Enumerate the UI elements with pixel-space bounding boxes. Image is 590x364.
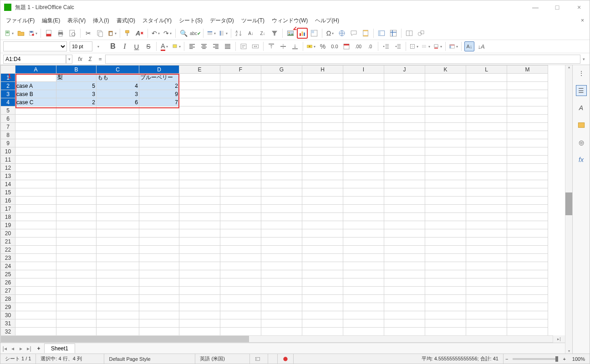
cell-E10[interactable]	[179, 147, 220, 156]
cell-C17[interactable]	[97, 205, 139, 213]
cell-M2[interactable]	[507, 82, 548, 90]
cell-A2[interactable]: case A	[15, 82, 56, 90]
percent-icon[interactable]: %	[318, 41, 328, 51]
cell-K28[interactable]	[425, 295, 466, 303]
horizontal-scrollbar[interactable]	[0, 335, 553, 343]
valign-top-icon[interactable]	[266, 41, 276, 51]
cell-H20[interactable]	[302, 229, 343, 238]
borders-icon[interactable]	[409, 41, 419, 51]
vertical-scrollbar[interactable]: ▴ ▾	[565, 65, 572, 354]
freeze-icon[interactable]	[388, 28, 398, 38]
cell-I15[interactable]	[343, 188, 384, 197]
cell-G7[interactable]	[261, 123, 302, 131]
row-header-16[interactable]: 16	[1, 197, 15, 205]
cell-H18[interactable]	[302, 213, 343, 221]
cell-F22[interactable]	[220, 246, 261, 254]
cell-M1[interactable]	[507, 74, 548, 82]
italic-icon[interactable]: I	[120, 41, 130, 51]
cell-G19[interactable]	[261, 221, 302, 229]
menu-styles[interactable]: スタイル(Y)	[139, 15, 175, 26]
cell-H16[interactable]	[302, 197, 343, 205]
cell-A21[interactable]	[15, 238, 56, 246]
cell-G8[interactable]	[261, 131, 302, 139]
cell-M25[interactable]	[507, 270, 548, 278]
cell-C7[interactable]	[97, 123, 139, 131]
clone-format-icon[interactable]	[123, 28, 133, 38]
row-header-6[interactable]: 6	[1, 115, 15, 123]
cell-H26[interactable]	[302, 278, 343, 287]
cell-A5[interactable]	[15, 106, 56, 115]
cell-C15[interactable]	[97, 188, 139, 197]
cell-J13[interactable]	[384, 172, 425, 180]
cell-I26[interactable]	[343, 278, 384, 287]
border-style-icon[interactable]	[421, 41, 431, 51]
cell-L10[interactable]	[466, 147, 507, 156]
wrap-text-icon[interactable]	[239, 41, 249, 51]
sidebar-functions-icon[interactable]: fx	[576, 154, 587, 165]
cell-G4[interactable]	[261, 98, 302, 106]
cell-D29[interactable]	[139, 303, 179, 311]
increase-indent-icon[interactable]	[381, 41, 391, 51]
cell-F20[interactable]	[220, 229, 261, 238]
cell-A17[interactable]	[15, 205, 56, 213]
cell-I16[interactable]	[343, 197, 384, 205]
highlight-color-icon[interactable]	[171, 41, 181, 51]
cell-B15[interactable]	[56, 188, 97, 197]
col-header-C[interactable]: C	[97, 66, 139, 74]
cell-C10[interactable]	[97, 147, 139, 156]
cell-L8[interactable]	[466, 131, 507, 139]
undo-icon[interactable]: ↶	[151, 28, 161, 38]
cell-L21[interactable]	[466, 238, 507, 246]
cell-J1[interactable]	[384, 74, 425, 82]
cell-K4[interactable]	[425, 98, 466, 106]
menu-file[interactable]: ファイル(F)	[2, 15, 38, 26]
cell-D7[interactable]	[139, 123, 179, 131]
cell-J20[interactable]	[384, 229, 425, 238]
row-header-30[interactable]: 30	[1, 311, 15, 319]
cell-H5[interactable]	[302, 106, 343, 115]
cell-M32[interactable]	[507, 328, 548, 336]
cell-F29[interactable]	[220, 303, 261, 311]
cell-K23[interactable]	[425, 254, 466, 262]
cell-G28[interactable]	[261, 295, 302, 303]
cell-A30[interactable]	[15, 311, 56, 319]
row-header-2[interactable]: 2	[1, 82, 15, 90]
cell-M6[interactable]	[507, 115, 548, 123]
cell-C21[interactable]	[97, 238, 139, 246]
row-header-12[interactable]: 12	[1, 164, 15, 172]
name-box[interactable]	[3, 55, 66, 64]
cell-J24[interactable]	[384, 262, 425, 270]
cell-M11[interactable]	[507, 156, 548, 164]
cell-D9[interactable]	[139, 139, 179, 147]
cell-L11[interactable]	[466, 156, 507, 164]
cell-D21[interactable]	[139, 238, 179, 246]
cell-J18[interactable]	[384, 213, 425, 221]
cell-G14[interactable]	[261, 180, 302, 188]
cell-D27[interactable]	[139, 287, 179, 295]
special-char-icon[interactable]: Ω	[325, 28, 335, 38]
header-footer-icon[interactable]	[361, 28, 371, 38]
sum-icon[interactable]: Σ	[85, 54, 95, 64]
cell-G30[interactable]	[261, 311, 302, 319]
open-icon[interactable]	[16, 28, 26, 38]
cell-G18[interactable]	[261, 213, 302, 221]
cell-M18[interactable]	[507, 213, 548, 221]
cell-B17[interactable]	[56, 205, 97, 213]
cell-I32[interactable]	[343, 328, 384, 336]
cell-L7[interactable]	[466, 123, 507, 131]
cell-H11[interactable]	[302, 156, 343, 164]
cell-M12[interactable]	[507, 164, 548, 172]
cell-J12[interactable]	[384, 164, 425, 172]
cell-L19[interactable]	[466, 221, 507, 229]
align-left-icon[interactable]	[187, 41, 197, 51]
cell-J29[interactable]	[384, 303, 425, 311]
cell-E25[interactable]	[179, 270, 220, 278]
cell-J22[interactable]	[384, 246, 425, 254]
cell-B22[interactable]	[56, 246, 97, 254]
status-stats[interactable]: 平均: 4.55555555555556; 合計: 41	[294, 354, 504, 364]
cell-A8[interactable]	[15, 131, 56, 139]
cell-A19[interactable]	[15, 221, 56, 229]
row-header-29[interactable]: 29	[1, 303, 15, 311]
cell-J32[interactable]	[384, 328, 425, 336]
cell-M23[interactable]	[507, 254, 548, 262]
